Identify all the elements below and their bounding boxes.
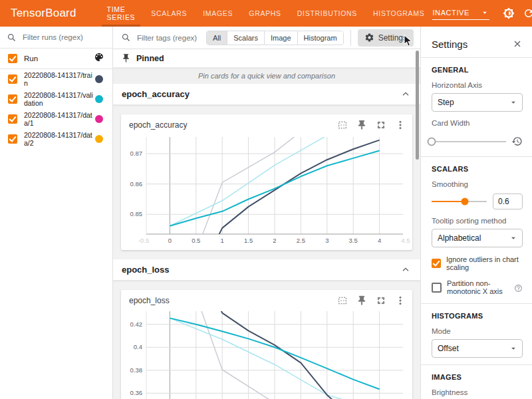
run-row-data-2[interactable]: 20220808-141317/data/2 — [0, 129, 112, 149]
gear-icon — [364, 33, 374, 43]
settings-section-histograms: HISTOGRAMS Mode Offset — [421, 304, 532, 364]
run-checkbox[interactable] — [8, 134, 17, 144]
tab-histograms[interactable]: HISTOGRAMS — [365, 0, 432, 27]
run-checkbox[interactable] — [8, 74, 17, 84]
histogram-mode-select[interactable]: Offset — [432, 339, 523, 358]
partition-x-axis-row: Partition non-monotonic X axis — [432, 279, 523, 295]
settings-panel-title: Settings — [432, 39, 467, 50]
card-width-slider-row — [432, 136, 523, 147]
toggle-all-button[interactable]: All — [207, 31, 227, 45]
tooltip-sorting-select[interactable]: Alphabetical — [432, 229, 523, 247]
ignore-outliers-label: Ignore outliers in chart scaling — [446, 255, 523, 271]
data-selection-icon[interactable] — [337, 120, 348, 130]
tab-scalars[interactable]: SCALARS — [143, 0, 195, 27]
app-logo: TensorBoard — [0, 7, 76, 20]
slider-thumb[interactable] — [428, 137, 436, 146]
chevron-up-icon[interactable] — [400, 265, 411, 275]
epoch-accuracy-chart[interactable]: 0.850.860.8700.511.522.533.54-0.54.5 — [121, 134, 412, 250]
section-body-epoch-accuracy: epoch_accuracy 0.850.860.8700.511.522.53… — [113, 105, 420, 259]
tab-graphs[interactable]: GRAPHS — [241, 0, 289, 27]
run-row-validation[interactable]: 20220808-141317/validation — [0, 89, 112, 109]
section-heading: HISTOGRAMS — [432, 312, 523, 320]
section-header-epoch-loss[interactable]: epoch_loss — [113, 259, 420, 281]
slider-thumb[interactable] — [461, 198, 468, 205]
reset-icon[interactable] — [511, 136, 523, 147]
more-options-icon[interactable] — [395, 295, 406, 306]
section-heading: GENERAL — [432, 66, 523, 74]
caret-down-icon — [509, 233, 518, 243]
svg-text:1: 1 — [221, 237, 224, 244]
caret-down-icon — [509, 98, 518, 107]
svg-text:0.87: 0.87 — [130, 150, 143, 157]
card-title: epoch_loss — [129, 296, 329, 305]
run-checkbox[interactable] — [8, 114, 17, 124]
horizontal-axis-label: Horizontal Axis — [432, 81, 523, 89]
run-color-dot[interactable] — [95, 135, 103, 143]
settings-section-scalars: SCALARS Smoothing 0.6 Tooltip sorting me… — [421, 157, 532, 303]
toggle-image-button[interactable]: Image — [264, 31, 297, 45]
ignore-outliers-row: Ignore outliers in chart scaling — [432, 255, 523, 271]
run-color-dot[interactable] — [95, 115, 103, 123]
svg-text:2.5: 2.5 — [297, 237, 305, 244]
run-label: 20220808-141317/train — [24, 71, 95, 88]
section-title: epoch_accuracy — [113, 89, 400, 99]
svg-text:1.5: 1.5 — [244, 237, 253, 244]
brightness-toggle-icon[interactable] — [503, 7, 515, 19]
pin-card-icon[interactable] — [356, 120, 367, 130]
tag-type-toggle-group: All Scalars Image Histogram — [206, 31, 344, 45]
svg-text:0.42: 0.42 — [130, 321, 143, 328]
card-width-slider[interactable] — [432, 137, 506, 146]
histogram-mode-value: Offset — [438, 344, 509, 353]
smoothing-slider[interactable] — [432, 197, 487, 206]
caret-down-icon — [509, 344, 518, 353]
vertical-scrollbar-thumb[interactable] — [416, 51, 419, 160]
epoch-loss-chart[interactable]: 0.420.40.380.3600.511.522.533.54-0.54.5 — [121, 310, 412, 399]
chevron-up-icon[interactable] — [400, 89, 411, 100]
svg-text:3: 3 — [325, 237, 329, 244]
scalar-card-epoch-accuracy: epoch_accuracy 0.850.860.8700.511.522.53… — [121, 114, 412, 250]
horizontal-axis-select[interactable]: Step — [432, 93, 523, 112]
status-dropdown[interactable]: INACTIVE — [432, 7, 489, 20]
svg-text:0.38: 0.38 — [130, 366, 143, 374]
run-row-train[interactable]: 20220808-141317/train — [0, 69, 112, 89]
tab-time-series[interactable]: TIME SERIES — [99, 0, 144, 27]
run-checkbox[interactable] — [8, 94, 17, 104]
run-color-dot[interactable] — [95, 95, 103, 103]
smoothing-slider-row: 0.6 — [432, 194, 523, 209]
close-icon[interactable] — [512, 39, 523, 49]
partition-x-axis-checkbox[interactable] — [432, 283, 442, 293]
tag-filter-placeholder[interactable]: Filter tags (regex) — [137, 34, 206, 42]
run-filter[interactable]: Filter runs (regex) — [0, 27, 112, 49]
card-title: epoch_accuracy — [129, 120, 329, 130]
svg-text:0.5: 0.5 — [192, 237, 200, 244]
card-width-label: Card Width — [432, 119, 523, 127]
run-row-data-1[interactable]: 20220808-141317/data/1 — [0, 109, 112, 129]
card-header: epoch_accuracy — [121, 114, 412, 134]
fullscreen-icon[interactable] — [376, 295, 386, 306]
tensorboard-app: TensorBoard TIME SERIES SCALARS IMAGES G… — [0, 0, 532, 399]
ignore-outliers-checkbox[interactable] — [432, 259, 441, 268]
section-heading: IMAGES — [432, 373, 523, 381]
pin-card-icon[interactable] — [356, 295, 367, 306]
tooltip-sorting-value: Alphabetical — [438, 233, 509, 243]
fullscreen-icon[interactable] — [376, 120, 386, 130]
pinned-title: Pinned — [136, 54, 164, 63]
help-circle-icon[interactable] — [514, 283, 523, 292]
refresh-icon[interactable] — [523, 7, 532, 19]
toggle-scalars-button[interactable]: Scalars — [227, 31, 264, 45]
svg-text:-0.5: -0.5 — [138, 237, 149, 244]
more-options-icon[interactable] — [395, 120, 406, 130]
pinned-empty-strip: Pin cards for a quick view and compariso… — [113, 68, 420, 84]
smoothing-value-input[interactable]: 0.6 — [493, 194, 523, 209]
palette-icon[interactable] — [94, 52, 104, 65]
tab-distributions[interactable]: DISTRIBUTIONS — [289, 0, 365, 27]
tab-images[interactable]: IMAGES — [195, 0, 241, 27]
card-header: epoch_loss — [121, 290, 412, 310]
data-selection-icon[interactable] — [337, 295, 348, 306]
section-header-epoch-accuracy[interactable]: epoch_accuracy — [113, 84, 420, 105]
settings-button[interactable]: Settings — [358, 29, 414, 47]
run-color-dot[interactable] — [95, 75, 103, 83]
smoothing-label: Smoothing — [432, 180, 523, 188]
toggle-histogram-button[interactable]: Histogram — [297, 31, 343, 45]
run-select-all-checkbox[interactable] — [8, 54, 17, 63]
